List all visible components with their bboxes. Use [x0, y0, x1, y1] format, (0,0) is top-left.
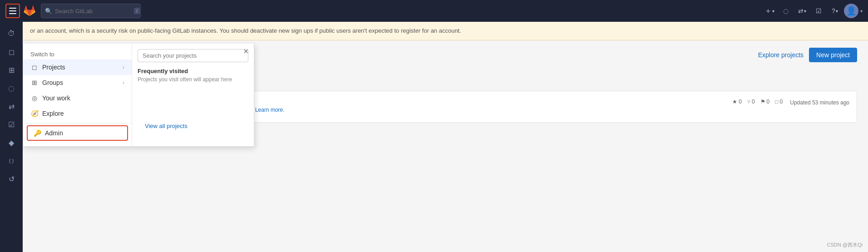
switch-menu-item-projects[interactable]: ◻ Projects ›	[23, 59, 132, 75]
switch-menu-left: Switch to ◻ Projects › ⊞ Groups › ◎ Your…	[23, 44, 132, 146]
help-button[interactable]: ? ▾	[828, 4, 842, 18]
clock-icon: ⏱	[8, 30, 15, 38]
issues-icon: ⚑	[760, 99, 765, 105]
forks-stat: ⑂ 0	[747, 99, 755, 105]
chevron-down-icon: ▾	[772, 9, 774, 14]
learn-more-link[interactable]: Learn more.	[255, 107, 285, 113]
todo-icon: ☑	[816, 7, 822, 15]
projects-label: Projects	[42, 64, 65, 71]
switch-title: Switch to	[23, 47, 132, 59]
hamburger-button[interactable]	[5, 4, 20, 18]
search-projects-input[interactable]	[138, 49, 248, 62]
sidebar-item-mr[interactable]: ⇄	[3, 98, 20, 114]
chevron-down-icon: ▾	[804, 9, 806, 14]
your-work-label: Your work	[42, 94, 70, 102]
issues-icon: ◌	[8, 84, 15, 93]
explore-label: Explore	[42, 110, 64, 117]
project-updated: Updated 53 minutes ago	[790, 99, 849, 106]
warning-banner: or an account, which is a security risk …	[23, 22, 868, 40]
groups-icon: ⊞	[30, 79, 39, 87]
stars-count: 0	[739, 99, 742, 105]
activity-icon: ↺	[9, 175, 15, 183]
star-icon: ★	[732, 99, 737, 105]
sidebar-item-projects[interactable]: ◻	[3, 44, 20, 60]
stars-stat: ★ 0	[732, 99, 742, 105]
your-work-icon: ◎	[30, 94, 39, 102]
search-input[interactable]	[55, 8, 131, 15]
sidebar-item-milestones[interactable]: ◆	[3, 134, 20, 151]
main-content: or an account, which is a security risk …	[23, 22, 868, 252]
sidebar-item-snippets[interactable]: { }	[3, 153, 20, 169]
issues-stat: ⚑ 0	[760, 99, 770, 105]
switch-menu-item-your-work[interactable]: ◎ Your work	[23, 90, 132, 106]
help-icon: ?	[832, 7, 835, 15]
issues-icon: ◌	[783, 7, 789, 15]
groups-label: Groups	[42, 79, 63, 86]
milestones-icon: ◆	[9, 138, 14, 147]
plus-icon: ＋	[764, 6, 772, 16]
todo-button[interactable]: ☑	[811, 4, 826, 18]
files-count: 0	[780, 99, 783, 105]
admin-label: Admin	[45, 129, 63, 137]
project-stats-row: ★ 0 ⑂ 0 ⚑ 0 □ 0	[732, 99, 783, 105]
issues-button[interactable]: ◌	[779, 4, 793, 18]
user-avatar-button[interactable]: 👤	[844, 4, 858, 18]
avatar-chevron: ▾	[860, 9, 863, 14]
close-button[interactable]: ×	[243, 47, 248, 55]
merge-icon: ⇄	[798, 7, 804, 15]
project-stats: ★ 0 ⑂ 0 ⚑ 0 □ 0 Update	[732, 98, 849, 106]
sidebar-item-your-work[interactable]: ⏱	[3, 25, 20, 42]
hamburger-line	[9, 8, 16, 9]
sidebar-item-todo[interactable]: ☑	[3, 116, 20, 133]
groups-icon: ⊞	[9, 66, 15, 74]
hamburger-line	[9, 13, 16, 14]
explore-icon: 🧭	[30, 109, 39, 118]
merge-requests-button[interactable]: ⇄ ▾	[795, 4, 809, 18]
create-button[interactable]: ＋ ▾	[762, 4, 777, 18]
warning-text: or an account, which is a security risk …	[30, 27, 461, 34]
view-all-projects-link[interactable]: View all projects	[138, 119, 248, 133]
frequently-visited-sub: Projects you visit often will appear her…	[138, 76, 248, 83]
fork-icon: ⑂	[747, 99, 750, 105]
file-icon: □	[775, 99, 778, 105]
topnav-right: ＋ ▾ ◌ ⇄ ▾ ☑ ? ▾ 👤 ▾	[762, 4, 863, 18]
files-stat: □ 0	[775, 99, 783, 105]
chevron-right-icon: ›	[123, 79, 124, 86]
slash-shortcut: /	[134, 8, 140, 14]
projects-icon: ◻	[30, 63, 39, 71]
forks-count: 0	[752, 99, 755, 105]
hamburger-line	[9, 10, 16, 11]
gitlab-logo[interactable]	[24, 5, 35, 16]
topnav: 🔍 / ＋ ▾ ◌ ⇄ ▾ ☑ ? ▾ 👤 ▾	[0, 0, 868, 22]
switch-menu: × Switch to ◻ Projects › ⊞ Groups › ◎ Yo…	[23, 44, 254, 147]
avatar: 👤	[846, 6, 856, 16]
explore-projects-link[interactable]: Explore projects	[758, 51, 804, 59]
sidebar: ⏱ ◻ ⊞ ◌ ⇄ ☑ ◆ { } ↺	[0, 22, 23, 252]
issues-count: 0	[767, 99, 770, 105]
watermark: CSDN @西木Qi	[827, 242, 863, 248]
sidebar-item-activity[interactable]: ↺	[3, 171, 20, 187]
search-bar[interactable]: 🔍 /	[41, 4, 141, 18]
switch-menu-item-admin[interactable]: 🔑 Admin	[27, 125, 128, 141]
switch-menu-item-groups[interactable]: ⊞ Groups ›	[23, 75, 132, 90]
snippets-icon: { }	[9, 158, 14, 163]
sidebar-item-groups[interactable]: ⊞	[3, 62, 20, 78]
search-icon: 🔍	[45, 8, 52, 15]
chevron-right-icon: ›	[123, 64, 124, 70]
mr-icon: ⇄	[9, 102, 15, 111]
switch-menu-right: Frequently visited Projects you visit of…	[132, 44, 254, 146]
frequently-visited-title: Frequently visited	[138, 68, 248, 74]
new-project-button[interactable]: New project	[809, 48, 857, 62]
admin-icon: 🔑	[33, 129, 41, 137]
projects-icon: ◻	[9, 48, 15, 56]
sidebar-item-issues[interactable]: ◌	[3, 80, 20, 96]
menu-divider	[23, 123, 132, 124]
switch-menu-item-explore[interactable]: 🧭 Explore	[23, 106, 132, 121]
chevron-down-icon: ▾	[836, 9, 838, 14]
todo-icon: ☑	[8, 120, 15, 129]
